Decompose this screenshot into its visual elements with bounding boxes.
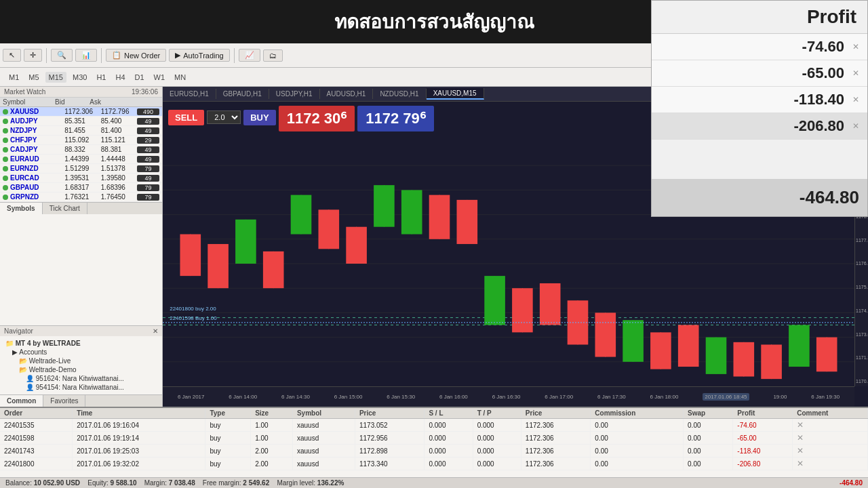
tf-m30[interactable]: M30	[69, 72, 90, 83]
order-size: 1.00	[251, 432, 293, 445]
status-left: Balance: 10 052.90 USD Equity: 9 588.10 …	[5, 479, 344, 487]
profit-close-1[interactable]: ✕	[852, 42, 859, 52]
order-comment: ✕	[793, 458, 868, 470]
mw-bid: 81.455	[64, 127, 101, 134]
indicator-button[interactable]: 📈	[239, 49, 260, 62]
order-close-btn[interactable]: ✕	[797, 459, 804, 468]
auto-trading-button[interactable]: ▶ AutoTrading	[169, 49, 230, 62]
tf-m1[interactable]: M1	[5, 72, 22, 83]
order-commission: 0.00	[591, 419, 684, 432]
mw-row-euraud[interactable]: EURAUD 1.44399 1.44448 49	[0, 155, 162, 164]
order-open-price: 1173.052	[355, 419, 424, 432]
chart-type-button[interactable]: 📊	[75, 49, 97, 62]
mw-bid: 1.76321	[64, 193, 101, 201]
tf-w1[interactable]: W1	[151, 72, 169, 83]
time-1600: 6 Jan 16:00	[439, 394, 468, 400]
sell-button[interactable]: SELL	[168, 110, 204, 125]
table-row[interactable]: 22401598 2017.01.06 19:19:14 buy 1.00 xa…	[0, 432, 868, 445]
template-button[interactable]: 🗂	[263, 49, 283, 62]
equity-label: Equity:	[87, 479, 108, 487]
tf-h1[interactable]: H1	[93, 72, 109, 83]
order-price: 1172.306	[521, 458, 590, 470]
svg-rect-33	[457, 200, 478, 244]
nav-item[interactable]: 📂 Weltrade-Demo	[3, 365, 159, 374]
new-order-button[interactable]: 📋 New Order	[106, 49, 166, 62]
tab-nzdusd[interactable]: NZDUSD,H1	[373, 89, 426, 99]
candle-6	[319, 209, 340, 249]
time-1700: 6 Jan 17:00	[545, 394, 573, 400]
mw-row-xauusd[interactable]: XAUUSD 1172.306 1172.796 490	[0, 107, 162, 117]
mw-tab-tick[interactable]: Tick Chart	[43, 203, 87, 214]
tf-m15[interactable]: M15	[45, 72, 66, 83]
nav-tab-common[interactable]: Common	[0, 395, 43, 407]
buy-button[interactable]: BUY	[243, 110, 275, 125]
svg-rect-47	[650, 332, 671, 369]
profit-close-4[interactable]: ✕	[852, 121, 859, 131]
tf-d1[interactable]: D1	[132, 72, 148, 83]
order-tp: 0.000	[473, 419, 521, 432]
order-close-btn[interactable]: ✕	[797, 433, 804, 443]
nav-item[interactable]: 📂 Weltrade-Live	[3, 357, 159, 365]
order-profit: -65.00	[733, 432, 793, 445]
order-size: 2.00	[251, 445, 293, 458]
order-sl: 0.000	[425, 432, 473, 445]
order-symbol: xauusd	[292, 432, 355, 445]
profit-close-3[interactable]: ✕	[852, 95, 859, 104]
profit-close-2[interactable]: ✕	[852, 68, 859, 78]
profit-panel: Profit -74.60 ✕ -65.00 ✕ -118.40 ✕ -206.…	[651, 0, 868, 217]
mw-row-nzdjpy[interactable]: NZDJPY 81.455 81.400 49	[0, 126, 162, 136]
order-size: 1.00	[251, 419, 293, 432]
order-swap: 0.00	[684, 419, 733, 432]
mw-row-eurcad[interactable]: EURCAD 1.39531 1.39580 49	[0, 174, 162, 183]
crosshair-button[interactable]: ✛	[24, 49, 42, 62]
mw-row-audjpy[interactable]: AUDJPY 85.351 85.400 49	[0, 117, 162, 126]
mw-ask: 1.76450	[101, 193, 138, 201]
mw-ask: 88.381	[101, 146, 138, 153]
tab-eurusd[interactable]: EURUSD,H1	[163, 89, 216, 99]
mw-columns: Symbol Bid Ask	[0, 98, 162, 107]
tab-xauusd[interactable]: XAUUSD,M15	[427, 88, 484, 100]
order-time: 2017.01.06 19:32:02	[73, 458, 205, 470]
mw-row-grpnzd[interactable]: GRPNZD 1.76321 1.76450 79	[0, 192, 162, 202]
profit-total: -464.80	[800, 187, 859, 208]
tf-h4[interactable]: H4	[112, 72, 128, 83]
mw-row-chfjpy[interactable]: CHFJPY 115.092 115.121 29	[0, 136, 162, 145]
mw-bid: 1172.306	[64, 108, 101, 115]
mw-badge: 49	[137, 156, 159, 163]
nav-close[interactable]: ✕	[153, 327, 158, 335]
tf-mn[interactable]: MN	[171, 72, 189, 83]
nav-item[interactable]: 👤 954154: Nara Kitwiwattanai...	[3, 383, 159, 392]
mw-badge: 79	[137, 194, 159, 201]
market-watch-title: Market Watch	[4, 88, 45, 96]
col-tp: T / P	[473, 408, 521, 419]
quantity-select[interactable]: 2.00 1.00 0.50	[207, 110, 241, 124]
nav-tab-favorites[interactable]: Favorites	[43, 395, 85, 407]
order-close-btn[interactable]: ✕	[797, 446, 804, 455]
tf-m5[interactable]: M5	[25, 72, 42, 83]
mw-row-cadjpy[interactable]: CADJPY 88.332 88.381 49	[0, 145, 162, 155]
tab-usdjpy[interactable]: USDJPY,H1	[269, 89, 320, 99]
mw-row-gbpaud[interactable]: GBPAUD 1.68317 1.68396 79	[0, 183, 162, 192]
mw-bid: 1.44399	[64, 155, 101, 163]
mw-badge: 49	[137, 118, 159, 125]
tab-audusd[interactable]: AUDUSD,H1	[320, 89, 374, 99]
tab-gbpaud[interactable]: GBPAUD,H1	[216, 89, 269, 99]
zoom-in-button[interactable]: 🔍	[51, 49, 73, 62]
table-row[interactable]: 22401800 2017.01.06 19:32:02 buy 2.00 xa…	[0, 458, 868, 470]
arrow-tool-button[interactable]: ↖	[3, 49, 21, 62]
nav-item[interactable]: 👤 951624: Nara Kitwiwattanai...	[3, 374, 159, 383]
order-tp: 0.000	[473, 458, 521, 470]
order-sl: 0.000	[425, 458, 473, 470]
mw-dot	[3, 119, 8, 124]
page-title: ทดสอบการสวนสัญญาณ	[334, 7, 534, 37]
mw-dot	[3, 138, 8, 143]
nav-item[interactable]: ▶ Accounts	[3, 348, 159, 357]
nav-item[interactable]: 📁 MT 4 by WELTRADE	[3, 339, 159, 348]
svg-rect-55	[761, 344, 782, 379]
table-row[interactable]: 22401535 2017.01.06 19:16:04 buy 1.00 xa…	[0, 419, 868, 432]
order-close-btn[interactable]: ✕	[797, 420, 804, 430]
mw-tab-symbols[interactable]: Symbols	[0, 203, 43, 214]
table-row[interactable]: 22401743 2017.01.06 19:25:03 buy 2.00 xa…	[0, 445, 868, 458]
candle-10	[429, 195, 450, 239]
mw-row-eurnzd[interactable]: EURNZD 1.51299 1.51378 79	[0, 164, 162, 174]
